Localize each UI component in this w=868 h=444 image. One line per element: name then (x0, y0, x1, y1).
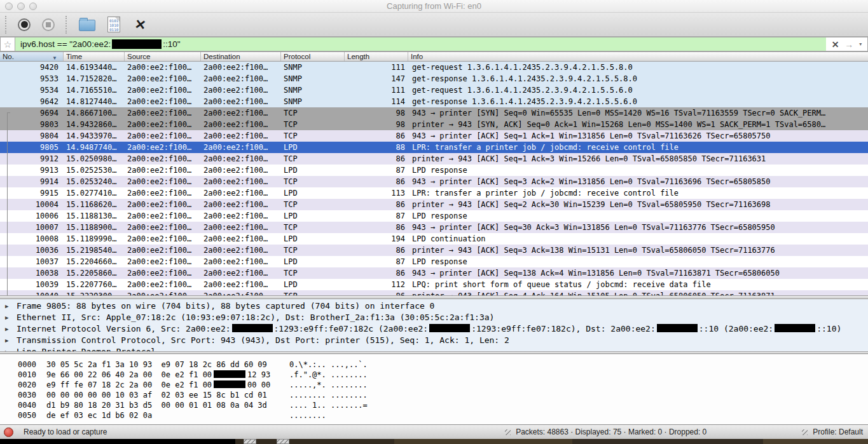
hex-row[interactable]: 00109e 66 00 22 06 40 2a 00 0e e2 f1 001… (0, 370, 868, 380)
cell-len: 98 (345, 107, 408, 119)
cell-len: 112 (345, 279, 408, 290)
hex-row[interactable]: 0040d1 b9 80 18 20 31 b3 d5 00 00 01 01 … (0, 400, 868, 410)
cell-time: 15.0277410… (64, 187, 125, 199)
window-title: Capturing from Wi-Fi: en0 (0, 0, 868, 13)
packet-row[interactable]: 1004015.2229300…2a00:ee2:f100…2a00:ee2:f… (0, 290, 868, 295)
bookmark-star-icon: ☆ (4, 39, 12, 50)
cell-dst: 2a00:ee2:f100… (201, 130, 281, 142)
close-window-button[interactable] (5, 3, 13, 10)
grip-icon (802, 429, 808, 435)
column-header-time[interactable]: Time (64, 52, 125, 61)
cell-src: 2a00:ee2:f100… (125, 256, 201, 267)
cell-time: 14.9487740… (64, 142, 125, 153)
packet-row[interactable]: 1000615.1188130…2a00:ee2:f100…2a00:ee2:f… (0, 210, 868, 222)
packet-row[interactable]: 980314.9432860…2a00:ee2:f100…2a00:ee2:f1… (0, 119, 868, 130)
expert-info-icon[interactable] (4, 427, 13, 437)
expander-triangle-icon[interactable]: ▶ (5, 300, 17, 312)
detail-row[interactable]: ▶Line Printer Daemon Protocol (0, 346, 868, 351)
cell-time: 15.0250980… (64, 153, 125, 165)
column-header-info[interactable]: Info (408, 52, 868, 61)
cell-dst: 2a00:ee2:f100… (201, 290, 281, 295)
cell-proto: LPD (281, 279, 345, 290)
detail-row[interactable]: ▶Internet Protocol Version 6, Src: 2a00:… (0, 323, 868, 335)
packet-row[interactable]: 1003815.2205860…2a00:ee2:f100…2a00:ee2:f… (0, 267, 868, 279)
save-capture-button[interactable]: 010110100110 (106, 17, 122, 33)
redaction-box (214, 370, 245, 378)
packet-row[interactable]: 942014.6193440…2a00:ee2:f100…2a00:ee2:f1… (0, 62, 868, 73)
filter-apply-button[interactable]: → (844, 39, 853, 50)
cell-time: 14.9433970… (64, 130, 125, 142)
cell-info: get-response 1.3.6.1.4.1.2435.2.3.9.4.2.… (408, 73, 868, 84)
cell-len: 86 (345, 222, 408, 233)
packet-row[interactable]: 953314.7152820…2a00:ee2:f100…2a00:ee2:f1… (0, 73, 868, 84)
text-segment: 12 93 (247, 370, 270, 379)
expander-triangle-icon[interactable]: ▶ (5, 335, 17, 346)
expander-triangle-icon[interactable]: ▶ (5, 346, 17, 351)
status-profile[interactable]: Profile: Default (802, 427, 863, 436)
packet-row[interactable]: 1000815.1189990…2a00:ee2:f100…2a00:ee2:f… (0, 233, 868, 245)
filter-bookmark-button[interactable]: ☆ (0, 37, 15, 51)
packet-row[interactable]: 1000715.1188900…2a00:ee2:f100…2a00:ee2:f… (0, 222, 868, 233)
hex-offset: 0020 (18, 380, 36, 390)
cell-len: 111 (345, 84, 408, 96)
cell-src: 2a00:ee2:f100… (125, 142, 201, 153)
cell-len: 87 (345, 256, 408, 267)
cell-len: 111 (345, 62, 408, 73)
detail-row[interactable]: ▶Transmission Control Protocol, Src Port… (0, 335, 868, 346)
filter-bar: ☆ ipv6.host == "2a00:ee2:::10" ✕ → ▾ (0, 37, 868, 52)
packet-row[interactable]: 1000415.1168620…2a00:ee2:f100…2a00:ee2:f… (0, 199, 868, 210)
status-counters: Packets: 48863 · Displayed: 75 · Marked:… (505, 427, 706, 436)
hex-row[interactable]: 0020e9 ff fe 07 18 2c 2a 00 0e e2 f1 000… (0, 380, 868, 390)
column-header-source[interactable]: Source (125, 52, 201, 61)
hex-row[interactable]: 0050de ef 03 ec 1d b6 02 0a........ (0, 410, 868, 420)
cell-dst: 2a00:ee2:f100… (201, 107, 281, 119)
column-header-protocol[interactable]: Protocol (281, 52, 345, 61)
stop-capture-button[interactable] (40, 17, 57, 33)
cell-time: 14.7152820… (64, 73, 125, 84)
redaction-box (775, 324, 815, 332)
packet-list-header: No.▼TimeSourceDestinationProtocolLengthI… (0, 52, 868, 62)
expander-triangle-icon[interactable]: ▶ (5, 323, 17, 335)
packet-row-selected[interactable]: 980514.9487740…2a00:ee2:f100…2a00:ee2:f1… (0, 142, 868, 153)
cell-dst: 2a00:ee2:f100… (201, 187, 281, 199)
detail-row[interactable]: ▶Ethernet II, Src: Apple_07:18:2c (10:93… (0, 312, 868, 323)
zoom-window-button[interactable] (29, 3, 37, 10)
column-header-length[interactable]: Length (345, 52, 408, 61)
cell-info: LPD continuation (408, 233, 868, 245)
packet-row[interactable]: 1003715.2204660…2a00:ee2:f100…2a00:ee2:f… (0, 256, 868, 267)
close-capture-button[interactable]: ✕ (132, 17, 149, 33)
hex-row[interactable]: 000030 05 5c 2a f1 3a 10 93 e9 07 18 2c … (0, 360, 868, 370)
detail-row[interactable]: ▶Frame 9805: 88 bytes on wire (704 bits)… (0, 300, 868, 312)
toolbar-gripper[interactable] (5, 16, 7, 34)
packet-row[interactable]: 964214.8127440…2a00:ee2:f100…2a00:ee2:f1… (0, 96, 868, 107)
display-filter-input[interactable]: ipv6.host == "2a00:ee2:::10" (15, 37, 826, 51)
packet-row[interactable]: 991315.0252530…2a00:ee2:f100…2a00:ee2:f1… (0, 165, 868, 176)
column-header-no[interactable]: No.▼ (0, 52, 64, 61)
packet-row[interactable]: 953414.7165510…2a00:ee2:f100…2a00:ee2:f1… (0, 84, 868, 96)
hex-row[interactable]: 003000 00 00 00 00 10 03 af 02 03 ee 15 … (0, 390, 868, 400)
packet-row[interactable]: 1003615.2198540…2a00:ee2:f100…2a00:ee2:f… (0, 245, 868, 256)
expander-triangle-icon[interactable]: ▶ (5, 312, 17, 323)
text-segment: ipv6.host == "2a00:ee2: (20, 39, 111, 49)
cell-proto: SNMP (281, 96, 345, 107)
packet-row[interactable]: 969414.8667100…2a00:ee2:f100…2a00:ee2:f1… (0, 107, 868, 119)
toolbar-separator (65, 16, 67, 34)
open-capture-button[interactable] (79, 17, 95, 33)
column-header-destination[interactable]: Destination (201, 52, 281, 61)
cell-info: LPD response (408, 210, 868, 222)
packet-row[interactable]: 1003915.2207760…2a00:ee2:f100…2a00:ee2:f… (0, 279, 868, 290)
filter-clear-button[interactable]: ✕ (832, 39, 839, 50)
minimize-window-button[interactable] (17, 3, 25, 10)
filter-dropdown-button[interactable]: ▾ (859, 41, 862, 47)
packet-row[interactable]: 991215.0250980…2a00:ee2:f100…2a00:ee2:f1… (0, 153, 868, 165)
hex-offset: 0000 (18, 360, 36, 370)
packet-row[interactable]: 991415.0253240…2a00:ee2:f100…2a00:ee2:f1… (0, 176, 868, 187)
packet-row[interactable]: 991515.0277410…2a00:ee2:f100…2a00:ee2:f1… (0, 187, 868, 199)
packet-row[interactable]: 980414.9433970…2a00:ee2:f100…2a00:ee2:f1… (0, 130, 868, 142)
start-capture-button[interactable] (16, 17, 32, 33)
cell-dst: 2a00:ee2:f100… (201, 84, 281, 96)
cell-info: get-response 1.3.6.1.4.1.2435.2.3.9.4.2.… (408, 96, 868, 107)
cell-time: 15.1188900… (64, 222, 125, 233)
cell-len: 86 (345, 130, 408, 142)
redaction-box (232, 324, 273, 332)
